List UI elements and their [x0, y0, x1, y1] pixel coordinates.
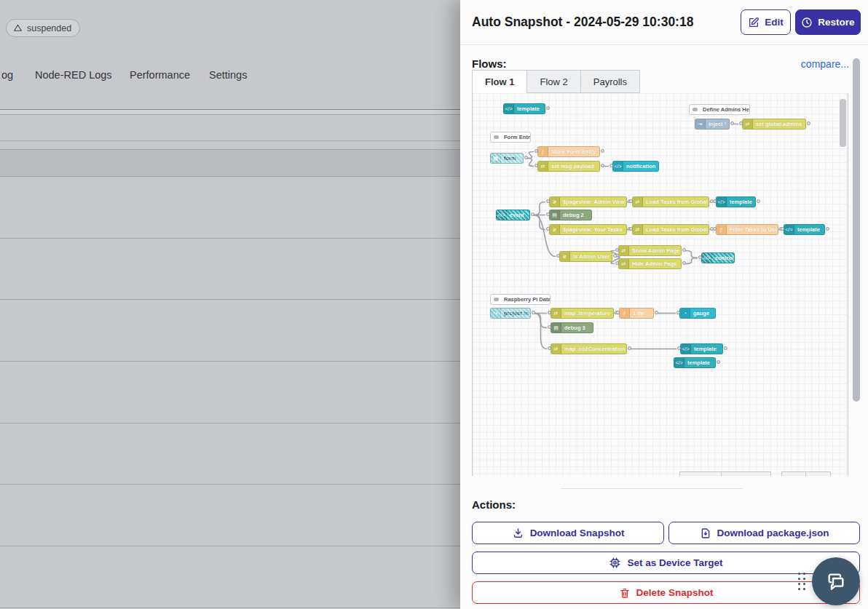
tab-node-red-logs[interactable]: Node-RED Logs [35, 69, 112, 81]
edit-button[interactable]: Edit [741, 9, 791, 35]
flow-node-label: Form Entry [501, 132, 530, 142]
download-button[interactable]: Download [722, 471, 771, 476]
output-port [717, 360, 720, 364]
output-port [524, 156, 528, 159]
inject-icon: ⇥ [695, 119, 706, 129]
output-port [807, 122, 810, 125]
tab-flow-2[interactable]: Flow 2 [527, 70, 580, 93]
chat-widget-button[interactable] [812, 557, 860, 605]
flow-node-chg1: ⇄set global.admins [742, 119, 806, 130]
download-package-json-label: Download package.json [717, 528, 829, 538]
bubble-icon [690, 105, 700, 114]
function-icon: ƒ [538, 147, 548, 156]
flow-wires [473, 93, 848, 476]
input-port [556, 254, 560, 258]
input-port [616, 311, 620, 314]
chat-bubbles-icon [824, 570, 848, 593]
input-port [534, 149, 538, 153]
flow-node-label: $pageview: Admin View [560, 197, 626, 207]
input-port [629, 227, 633, 231]
flow-node-t4: </>template [784, 224, 825, 235]
flow-node-chg7: ⇄map .temperature [551, 308, 614, 319]
set-device-target-label: Set as Device Target [627, 557, 722, 568]
code-icon: </> [674, 358, 684, 367]
flow-node-label: Define Admins Here [700, 105, 749, 114]
flow-node-label: event [507, 210, 529, 220]
flow-node-pin: ↪project in 1 [490, 308, 531, 319]
tab-payrolls[interactable]: Payrolls [581, 70, 640, 93]
flow-tabs: Flow 1 Flow 2 Payrolls [472, 70, 640, 93]
restore-button[interactable]: Restore [795, 9, 861, 35]
flow-node-inj: ⇥inject ¹ [695, 119, 730, 130]
change-icon: ⇄ [619, 246, 629, 255]
output-port [532, 311, 535, 314]
change-icon: ⇄ [633, 197, 643, 207]
page-scrollbar[interactable] [853, 58, 860, 402]
actions-section-label: Actions: [472, 498, 516, 511]
flow-node-dbg2: ▤debug 2 [549, 210, 592, 220]
download-snapshot-label: Download Snapshot [530, 528, 625, 538]
flow-preview-canvas[interactable]: </>templateDefine Admins Here⇥inject ¹⇄s… [472, 93, 848, 476]
magnifier-icon[interactable]: ○ [781, 471, 806, 476]
flow-node-dbg3: ▤debug 3 [551, 322, 593, 333]
flow-node-label: form [501, 154, 523, 163]
download-snapshot-button[interactable]: Download Snapshot [472, 522, 664, 544]
chip-icon [609, 557, 621, 569]
output-port [724, 346, 727, 350]
flow-node-ctl: </>control [701, 252, 735, 263]
widget-drag-handle[interactable] [798, 573, 805, 590]
flow-node-label: Is Admin User [570, 252, 612, 261]
set-device-target-button[interactable]: Set as Device Target [472, 552, 860, 574]
flow-node-chg4: ⇄Load Tasks from Global [632, 224, 709, 235]
input-port [676, 311, 680, 314]
flow-node-label: inject ¹ [706, 119, 729, 129]
flow-node-label: template [514, 104, 545, 114]
tab-flow-1[interactable]: Flow 1 [472, 70, 527, 93]
flow-node-c2: Form Entry [490, 132, 531, 143]
flow-node-label: Hide Admin Page [629, 259, 681, 268]
canvas-scrollbar[interactable] [840, 99, 846, 147]
flow-node-c3: Raspberry Pi Data [490, 294, 551, 305]
input-port [609, 164, 613, 167]
input-port [548, 325, 551, 329]
code-icon: </> [717, 197, 727, 207]
flow-node-f3: ƒ1 dp [619, 308, 654, 319]
file-download-icon [700, 528, 711, 539]
section-divider [561, 488, 743, 489]
function-icon: ƒ [620, 309, 630, 318]
flow-node-label: 1 dp [630, 309, 653, 318]
download-package-json-button[interactable]: Download package.json [668, 522, 860, 544]
flow-node-chg3: ⇄Load Tasks from Global [632, 196, 709, 207]
flow-node-ev: </>event [496, 210, 530, 220]
change-icon: ⇄ [551, 344, 561, 354]
flow-node-form: ▦form [490, 153, 524, 164]
viewer-button-group: Copy Download [679, 471, 771, 476]
flow-node-label: project in 1 [501, 309, 530, 318]
compare-link[interactable]: compare... [801, 58, 849, 70]
edit-button-label: Edit [765, 17, 784, 28]
change-icon: ⇄ [551, 309, 561, 318]
tab-settings[interactable]: Settings [209, 69, 247, 81]
trash-icon [619, 587, 631, 599]
pencil-square-icon [748, 17, 760, 28]
flow-node-t1: </>template [503, 103, 545, 114]
screen: suspended og Node-RED Logs Performance S… [0, 0, 868, 609]
change-icon: ⇄ [633, 225, 643, 234]
input-port [546, 212, 550, 216]
plus-icon[interactable]: + [806, 471, 831, 476]
output-port [628, 346, 631, 350]
tab-performance[interactable]: Performance [130, 69, 190, 81]
copy-button[interactable]: Copy [679, 471, 722, 476]
flow-node-label: set global.admins [753, 119, 805, 129]
tab-log[interactable]: og [1, 69, 13, 81]
bubble-icon [491, 132, 501, 142]
switch-icon: ≷ [550, 197, 560, 207]
flow-node-chg2: ⇄set msg.payload [537, 161, 600, 172]
change-icon: ⇄ [743, 119, 753, 129]
input-port [546, 227, 550, 231]
flow-node-label: Raspberry Pi Data [501, 295, 550, 304]
flow-node-c1: Define Admins Here [689, 104, 750, 115]
flow-node-label: template [684, 358, 715, 367]
input-port [677, 346, 681, 350]
output-port [531, 212, 534, 216]
